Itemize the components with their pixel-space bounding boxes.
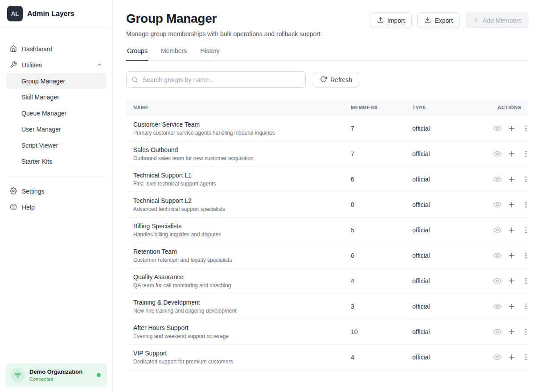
eye-icon[interactable] [493,124,501,132]
group-actions [493,124,535,132]
wrench-icon [10,61,17,70]
organization-status: Connected [29,376,82,382]
group-name-cell: Technical Support L2 Advanced technical … [126,197,351,212]
sidebar-item-starter-kits[interactable]: Starter Kits [6,153,106,169]
tab-members[interactable]: Members [160,45,188,60]
eye-icon[interactable] [493,226,501,234]
column-header-name: Name [126,105,351,110]
sidebar-item-dashboard[interactable]: Dashboard [5,41,107,57]
group-actions [493,175,535,183]
group-members-count: 5 [351,227,412,234]
plus-icon[interactable] [508,150,516,158]
chevron-up-icon [96,62,103,69]
group-name: Technical Support L1 [133,172,351,179]
table-row: Technical Support L1 First-level technic… [126,167,529,192]
plus-icon[interactable] [508,252,516,260]
eye-icon[interactable] [493,328,501,336]
group-members-count: 7 [351,150,412,157]
sidebar-item-utilities[interactable]: Utilities [5,57,107,73]
kebab-menu-icon[interactable] [522,124,530,132]
eye-icon[interactable] [493,150,501,158]
tab-history[interactable]: History [199,45,221,60]
refresh-button[interactable]: Refresh [313,72,359,87]
group-name-cell: VIP Support Dedicated support for premiu… [126,350,351,365]
table-row: Retention Team Customer retention and lo… [126,243,529,268]
sidebar-item-user-manager[interactable]: User Manager [6,121,106,137]
add-members-button[interactable]: Add Members [465,12,529,28]
kebab-menu-icon[interactable] [522,175,530,183]
group-actions [493,353,535,361]
group-members-count: 0 [351,201,412,208]
sidebar-item-label: Help [22,204,35,211]
plus-icon[interactable] [508,277,516,285]
group-actions [493,201,535,209]
kebab-menu-icon[interactable] [522,226,530,234]
table-row: Technical Support L2 Advanced technical … [126,192,529,218]
search-input[interactable] [126,71,306,88]
plus-icon[interactable] [508,226,516,234]
eye-icon[interactable] [493,201,501,209]
table-header-row: Name Members Type Actions [126,99,529,116]
group-type: official [412,303,493,310]
sidebar-item-help[interactable]: Help [5,199,107,215]
group-description: New hire training and ongoing developmen… [133,308,351,314]
group-name: Retention Team [133,248,351,255]
add-members-button-label: Add Members [483,17,521,24]
group-name: Quality Assurance [133,273,351,281]
group-name-cell: Sales Outbound Outbound sales team for n… [126,146,351,161]
group-name: Customer Service Team [133,121,351,128]
table-row: Billing Specialists Handles billing inqu… [126,218,529,243]
plus-icon[interactable] [508,124,516,132]
table-row: Training & Development New hire training… [126,294,529,319]
organization-name: Demo Organization [29,368,82,375]
sidebar-item-script-viewer[interactable]: Script Viewer [6,137,106,153]
status-dot [97,373,101,377]
groups-table: Name Members Type Actions Customer Servi… [126,99,529,370]
table-row: After Hours Support Evening and weekend … [126,319,529,345]
export-button[interactable]: Export [417,12,460,28]
group-name-cell: Quality Assurance QA team for call monit… [126,273,351,289]
eye-icon[interactable] [493,353,501,361]
organization-info: Demo Organization Connected [29,368,82,382]
group-description: Evening and weekend support coverage [133,333,351,339]
home-icon [10,45,17,54]
group-type: official [412,328,493,335]
kebab-menu-icon[interactable] [522,150,530,158]
kebab-menu-icon[interactable] [522,353,530,361]
sidebar-item-group-manager[interactable]: Group Manager [6,73,106,89]
sidebar-item-settings[interactable]: Settings [5,183,107,199]
tab-groups[interactable]: Groups [126,45,148,61]
eye-icon[interactable] [493,252,501,260]
sidebar-item-queue-manager[interactable]: Queue Manager [6,105,106,121]
app-logo: AL [7,6,23,21]
group-members-count: 6 [351,252,412,259]
kebab-menu-icon[interactable] [522,277,530,285]
kebab-menu-icon[interactable] [522,302,530,310]
group-members-count: 6 [351,176,412,183]
plus-icon[interactable] [508,175,516,183]
group-description: First-level technical support agents [133,181,351,187]
sidebar-header: AL Admin Layers [0,0,112,28]
sidebar: AL Admin Layers Dashboard Utilities Grou… [0,0,113,392]
kebab-menu-icon[interactable] [522,201,530,209]
group-name-cell: Customer Service Team Primary customer s… [126,121,351,136]
group-actions [493,226,535,234]
organization-card[interactable]: Demo Organization Connected [5,363,107,387]
upload-icon [377,17,384,25]
plus-icon[interactable] [508,201,516,209]
plus-icon[interactable] [508,353,516,361]
kebab-menu-icon[interactable] [522,328,530,336]
kebab-menu-icon[interactable] [522,252,530,260]
eye-icon[interactable] [493,277,501,285]
group-name-cell: Training & Development New hire training… [126,299,351,314]
eye-icon[interactable] [493,302,501,310]
plus-icon[interactable] [508,328,516,336]
tabs: GroupsMembersHistory [126,45,529,61]
plus-icon[interactable] [508,302,516,310]
sidebar-divider [7,176,105,177]
import-button[interactable]: Import [370,12,412,28]
sidebar-item-skill-manager[interactable]: Skill Manager [6,89,106,105]
eye-icon[interactable] [493,175,501,183]
plus-icon [472,17,479,25]
group-members-count: 4 [351,354,412,361]
